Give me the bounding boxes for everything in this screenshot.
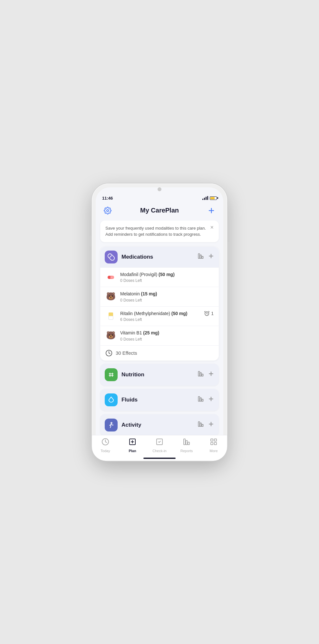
svg-rect-27 (198, 397, 200, 401)
svg-rect-34 (200, 423, 201, 427)
nav-today-label: Today (101, 449, 110, 453)
status-icons (202, 196, 217, 200)
medications-section: Medications (100, 247, 219, 361)
nav-plan[interactable]: Plan (119, 438, 146, 453)
status-bar: 11:46 (96, 193, 223, 202)
fluids-chart-button[interactable] (198, 396, 204, 404)
svg-rect-35 (202, 424, 203, 427)
activity-icon (105, 419, 118, 431)
volume-down-btn (90, 250, 92, 262)
med-icon-vitaminb1: 🐻 (105, 330, 116, 341)
nav-reports[interactable]: Reports (173, 438, 200, 453)
nutrition-icon (105, 368, 118, 381)
camera-notch (158, 187, 161, 191)
med-doses-ritalin: 6 Doses Left (120, 317, 204, 322)
med-item-ritalin[interactable]: Ritalin (Methylphenidate) (50 mg) 6 Dose… (100, 306, 219, 326)
gear-icon[interactable] (102, 205, 113, 216)
svg-rect-47 (214, 439, 217, 441)
fluids-section: Fluids (100, 389, 219, 411)
nutrition-actions (198, 371, 214, 379)
app-content: Save your frequently used modalities to … (96, 221, 223, 457)
medications-header: Medications (100, 247, 219, 267)
svg-rect-13 (109, 316, 113, 320)
activity-chart-button[interactable] (198, 421, 204, 429)
signal-icon (202, 196, 208, 200)
med-icon-ritalin (105, 311, 116, 322)
svg-rect-22 (198, 372, 200, 376)
effects-row[interactable]: 30 Effects (100, 345, 219, 361)
med-icon-modafinil (105, 272, 116, 282)
svg-rect-23 (200, 373, 201, 376)
page-title: My CarePlan (140, 207, 179, 214)
svg-rect-4 (200, 255, 201, 259)
add-button[interactable] (206, 205, 217, 216)
med-doses-vitaminb1: 0 Doses Left (120, 337, 214, 342)
med-item-vitaminb1[interactable]: 🐻 Vitamin B1 (25 mg) 0 Doses Left (100, 326, 219, 345)
med-info-vitaminb1: Vitamin B1 (25 mg) 0 Doses Left (120, 330, 214, 342)
svg-rect-28 (200, 398, 201, 401)
med-item-melatonin[interactable]: 🐻 Melatonin (15 mg) 0 Doses Left (100, 287, 219, 306)
more-icon (210, 438, 218, 448)
med-info-ritalin: Ritalin (Methylphenidate) (50 mg) 6 Dose… (120, 311, 204, 322)
fluids-icon (105, 393, 118, 406)
nav-checkin-label: Check-in (152, 449, 166, 453)
medications-title: Medications (121, 254, 198, 260)
svg-rect-49 (214, 442, 217, 445)
svg-rect-46 (211, 439, 213, 441)
checkin-icon (156, 438, 163, 448)
activity-actions (198, 421, 214, 429)
med-name-vitaminb1: Vitamin B1 (25 mg) (120, 330, 214, 336)
activity-add-button[interactable] (208, 421, 214, 429)
nav-more-label: More (209, 449, 218, 453)
activity-section: Activity (100, 414, 219, 436)
nav-today[interactable]: Today (96, 438, 119, 453)
medications-chart-button[interactable] (198, 253, 204, 261)
svg-rect-5 (202, 256, 203, 259)
banner-close-button[interactable]: × (210, 224, 214, 230)
nav-checkin[interactable]: Check-in (146, 438, 173, 453)
banner-text: Save your frequently used modalities to … (105, 225, 207, 238)
plan-icon (129, 438, 136, 448)
banner: Save your frequently used modalities to … (100, 221, 219, 242)
bottom-nav: Today Plan (96, 435, 223, 457)
med-doses-melatonin: 0 Doses Left (120, 298, 214, 302)
med-doses-modafinil: 0 Doses Left (120, 278, 214, 283)
svg-rect-24 (202, 374, 203, 376)
med-alarm-ritalin: 1 (204, 311, 214, 316)
svg-rect-43 (184, 439, 185, 445)
med-name-ritalin: Ritalin (Methylphenidate) (50 mg) (120, 311, 204, 317)
battery-icon (210, 196, 217, 200)
svg-rect-33 (198, 422, 200, 427)
med-item-modafinil[interactable]: Modafinil (Provigil) (50 mg) 0 Doses Lef… (100, 267, 219, 287)
nutrition-add-button[interactable] (208, 371, 214, 379)
svg-rect-45 (188, 442, 189, 445)
nav-plan-label: Plan (129, 449, 136, 453)
reports-icon (183, 438, 190, 448)
power-btn (227, 242, 229, 261)
app-header: My CarePlan (96, 202, 223, 221)
medications-add-button[interactable] (208, 253, 214, 261)
svg-rect-44 (186, 441, 188, 445)
nav-reports-label: Reports (180, 449, 193, 453)
medications-actions (198, 253, 214, 261)
svg-point-32 (111, 422, 112, 424)
med-name-modafinil: Modafinil (Provigil) (50 mg) (120, 272, 214, 278)
med-info-melatonin: Melatonin (15 mg) 0 Doses Left (120, 291, 214, 302)
effects-label: 30 Effects (116, 350, 137, 356)
svg-rect-9 (108, 276, 111, 279)
svg-rect-10 (111, 276, 114, 279)
fluids-actions (198, 396, 214, 404)
svg-rect-29 (202, 399, 203, 401)
med-info-modafinil: Modafinil (Provigil) (50 mg) 0 Doses Lef… (120, 272, 214, 283)
svg-rect-48 (211, 442, 213, 445)
svg-point-0 (107, 210, 109, 212)
phone-outer: 11:46 My CarePlan (92, 183, 227, 461)
nutrition-title: Nutrition (121, 372, 198, 378)
med-icon-melatonin: 🐻 (105, 291, 116, 302)
nutrition-chart-button[interactable] (198, 371, 204, 379)
fluids-title: Fluids (121, 397, 198, 403)
fluids-add-button[interactable] (208, 396, 214, 404)
nav-more[interactable]: More (200, 438, 223, 453)
today-icon (102, 438, 109, 448)
alarm-count: 1 (211, 311, 214, 316)
